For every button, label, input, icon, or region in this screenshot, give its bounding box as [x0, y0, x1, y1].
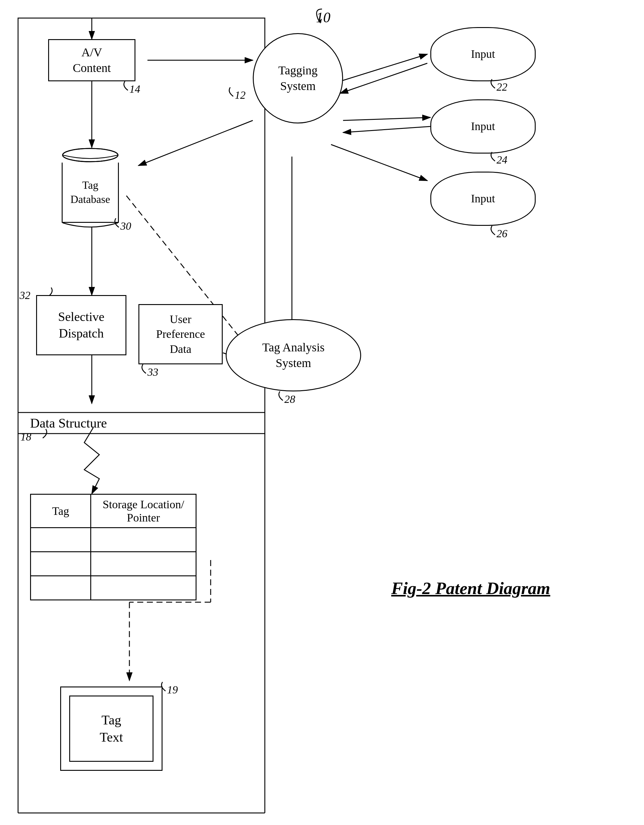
diagram: 10 A/VContent 14 12 TaggingSystem TagDat…: [0, 0, 644, 825]
table-row-2: [31, 552, 196, 576]
ref-32-label: 32: [20, 289, 31, 302]
table-row-3: [31, 576, 196, 600]
svg-marker-27: [318, 19, 322, 23]
svg-line-13: [340, 63, 427, 93]
svg-line-16: [331, 145, 427, 181]
svg-line-7: [139, 121, 253, 165]
tag-analysis-system-ellipse: Tag AnalysisSystem: [226, 319, 361, 391]
svg-line-14: [343, 117, 430, 121]
ref-18-label: 18: [20, 431, 31, 443]
storage-column-header: Storage Location/Pointer: [91, 494, 196, 528]
input-26-ellipse: Input: [430, 171, 536, 226]
tagging-system-ellipse: TaggingSystem: [253, 33, 343, 124]
data-table: Tag Storage Location/Pointer: [30, 494, 197, 600]
svg-line-12: [340, 54, 427, 81]
tag-column-header: Tag: [31, 494, 91, 528]
selective-dispatch-box: SelectiveDispatch: [36, 295, 126, 355]
table-row-1: [31, 528, 196, 552]
user-preference-data-box: UserPreferenceData: [139, 304, 223, 364]
svg-line-15: [343, 127, 430, 133]
av-content-box: A/VContent: [48, 39, 136, 81]
input-24-ellipse: Input: [430, 99, 536, 154]
input-22-ellipse: Input: [430, 27, 536, 81]
tag-text-inner-box: TagText: [69, 695, 154, 762]
fig-label: Fig-2 Patent Diagram: [391, 578, 550, 598]
